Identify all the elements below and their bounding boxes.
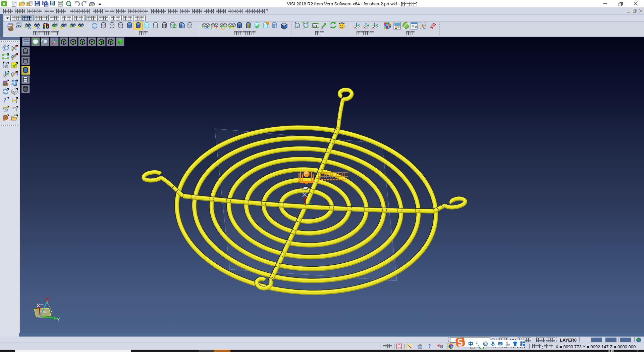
svg-text:1:1: 1:1 xyxy=(313,25,317,28)
svg-text:7: 7 xyxy=(508,344,510,346)
svg-text:°,: °, xyxy=(476,342,479,346)
svg-text:V: V xyxy=(3,2,5,6)
svg-text:?: ? xyxy=(3,97,6,104)
